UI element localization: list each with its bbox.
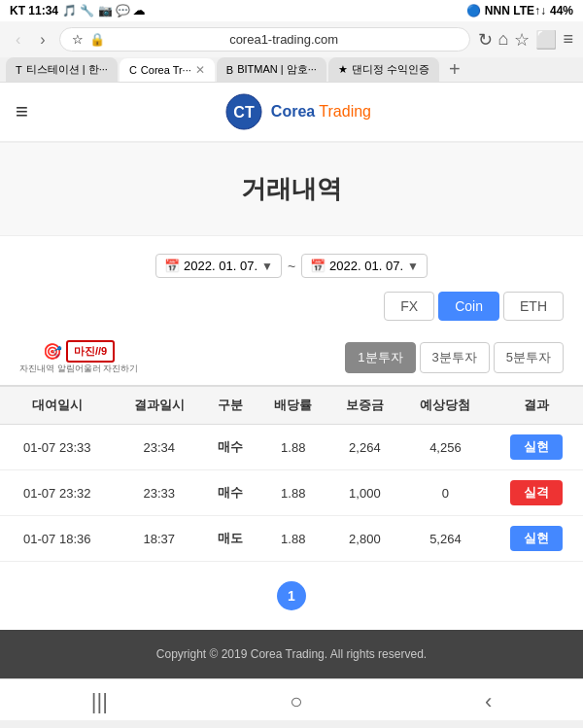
- date-filter: 📅 2022. 01. 07. ▼ ~ 📅 2022. 01. 07. ▼: [19, 254, 564, 278]
- menu-button[interactable]: ≡: [563, 29, 573, 50]
- row1-expected: 4,256: [400, 425, 490, 470]
- dropdown-arrow-from: ▼: [261, 260, 273, 273]
- col-deposit: 보증금: [329, 386, 401, 425]
- browser-nav: ‹ › ☆ 🔒 corea1-trading.com ↻ ⌂ ☆ ⬜ ≡: [0, 21, 583, 57]
- browser-tab-4[interactable]: ★ 댄디정 수익인증: [328, 57, 439, 82]
- screenshot-button[interactable]: ⬜: [535, 29, 557, 51]
- row2-result-date: 23:33: [115, 470, 204, 516]
- brand-filter-row: 🎯 마진//9 자진내역 알림어울러 자진하기 1분투자 3분투자 5분투자: [0, 340, 583, 375]
- row1-result: 실현: [491, 425, 583, 470]
- svg-text:CT: CT: [233, 104, 255, 121]
- row3-lend-date: 01-07 18:36: [0, 516, 115, 562]
- logo-container: CT Corea Trading: [28, 92, 567, 131]
- table-header: 대여일시 결과일시 구분 배당률 보증금 예상당첨 결과: [0, 386, 583, 425]
- star-icon: ☆: [72, 32, 84, 47]
- hamburger-menu-icon[interactable]: ≡: [16, 99, 28, 124]
- col-lend-date: 대여일시: [0, 386, 115, 425]
- col-type: 구분: [204, 386, 257, 425]
- bookmark-button[interactable]: ☆: [514, 29, 530, 51]
- row1-rate: 1.88: [257, 425, 329, 470]
- row1-deposit: 2,264: [329, 425, 401, 470]
- tab1-icon: T: [16, 64, 22, 76]
- majin-flag-icon: 🎯: [43, 342, 62, 361]
- coin-button[interactable]: Coin: [438, 292, 499, 321]
- row3-rate: 1.88: [257, 516, 329, 562]
- dropdown-arrow-to: ▼: [407, 260, 419, 273]
- refresh-button[interactable]: ↻: [478, 29, 493, 51]
- tab2-icon: C: [129, 64, 137, 76]
- row2-type: 매수: [204, 470, 257, 516]
- trade-table: 대여일시 결과일시 구분 배당률 보증금 예상당첨 결과 01-07 23:33…: [0, 385, 583, 562]
- browser-tab-3[interactable]: B BITMAN | 암호···: [217, 57, 326, 82]
- row2-lend-date: 01-07 23:32: [0, 470, 115, 516]
- date-to-input[interactable]: 📅 2022. 01. 07. ▼: [301, 254, 428, 278]
- logo-text: Corea Trading: [271, 103, 371, 121]
- tab4-label: 댄디정 수익인증: [352, 62, 429, 77]
- date-to-text: 2022. 01. 07.: [329, 259, 403, 273]
- row2-result-badge: 실격: [510, 480, 563, 505]
- row3-result-badge: 실현: [510, 526, 563, 551]
- row1-type: 매수: [204, 425, 257, 470]
- nav-recents-icon[interactable]: |||: [91, 689, 108, 714]
- eth-button[interactable]: ETH: [503, 292, 564, 321]
- signal-text: NNN LTE↑↓: [485, 4, 546, 17]
- browser-tab-1[interactable]: T 티스테이션 | 한···: [6, 57, 118, 82]
- calendar-icon: 📅: [164, 259, 180, 273]
- page-title: 거래내역: [0, 172, 583, 206]
- fx-button[interactable]: FX: [384, 292, 434, 321]
- row3-deposit: 2,800: [329, 516, 401, 562]
- row3-expected: 5,264: [400, 516, 490, 562]
- tab3-label: BITMAN | 암호···: [237, 62, 317, 77]
- page-title-section: 거래내역: [0, 143, 583, 236]
- logo-icon: CT: [224, 92, 263, 131]
- browser-chrome: ‹ › ☆ 🔒 corea1-trading.com ↻ ⌂ ☆ ⬜ ≡ T 티…: [0, 21, 583, 83]
- forward-button[interactable]: ›: [34, 29, 51, 51]
- row2-result: 실격: [491, 470, 583, 516]
- browser-tab-2[interactable]: C Corea Tr··· ✕: [120, 58, 215, 82]
- col-result-date: 결과일시: [115, 386, 204, 425]
- browser-actions: ↻ ⌂ ☆ ⬜ ≡: [478, 29, 573, 51]
- status-time: KT 11:34: [10, 4, 58, 17]
- col-rate: 배당률: [257, 386, 329, 425]
- nav-home-icon[interactable]: ○: [290, 689, 302, 714]
- col-result: 결과: [491, 386, 583, 425]
- address-bar[interactable]: ☆ 🔒 corea1-trading.com: [59, 27, 470, 52]
- majin-logo: 🎯 마진//9 자진내역 알림어울러 자진하기: [19, 340, 138, 375]
- row1-result-badge: 실현: [510, 434, 563, 460]
- page-1-button[interactable]: 1: [277, 581, 306, 610]
- invest-5min-button[interactable]: 5분투자: [494, 342, 564, 373]
- status-icons: 🎵 🔧 📷 💬 ☁: [62, 4, 145, 17]
- row2-deposit: 1,000: [329, 470, 401, 516]
- bottom-nav: ||| ○ ‹: [0, 678, 583, 720]
- majin-subtitle-text: 자진내역 알림어울러 자진하기: [19, 363, 138, 375]
- tab4-icon: ★: [338, 63, 348, 76]
- date-from-text: 2022. 01. 07.: [184, 259, 257, 273]
- pagination: 1: [0, 562, 583, 630]
- tab3-icon: B: [226, 64, 233, 76]
- row3-result: 실현: [491, 516, 583, 562]
- url-text: corea1-trading.com: [111, 32, 458, 47]
- col-expected: 예상당첨: [400, 386, 490, 425]
- home-button[interactable]: ⌂: [498, 29, 509, 50]
- tab2-close-icon[interactable]: ✕: [195, 63, 205, 77]
- battery-text: 44%: [550, 4, 573, 17]
- type-tabs: FX Coin ETH: [19, 292, 564, 321]
- row2-expected: 0: [400, 470, 490, 516]
- site-header: ≡ CT Corea Trading: [0, 83, 583, 143]
- invest-3min-button[interactable]: 3분투자: [420, 342, 490, 373]
- status-left: KT 11:34 🎵 🔧 📷 💬 ☁: [10, 4, 145, 17]
- main-content: 거래내역 📅 2022. 01. 07. ▼ ~ 📅 2022. 01. 07.…: [0, 143, 583, 630]
- nav-back-icon[interactable]: ‹: [485, 689, 492, 714]
- tabs-bar: T 티스테이션 | 한··· C Corea Tr··· ✕ B BITMAN …: [0, 57, 583, 82]
- date-from-input[interactable]: 📅 2022. 01. 07. ▼: [155, 254, 282, 278]
- new-tab-button[interactable]: +: [441, 58, 468, 81]
- filter-section: 📅 2022. 01. 07. ▼ ~ 📅 2022. 01. 07. ▼ FX…: [0, 236, 583, 340]
- site-footer: Copyright © 2019 Corea Trading. All righ…: [0, 630, 583, 678]
- invest-1min-button[interactable]: 1분투자: [345, 342, 415, 373]
- back-button[interactable]: ‹: [10, 29, 26, 51]
- row1-result-date: 23:34: [115, 425, 204, 470]
- status-bar: KT 11:34 🎵 🔧 📷 💬 ☁ 🔵 NNN LTE↑↓ 44%: [0, 0, 583, 21]
- row3-type: 매도: [204, 516, 257, 562]
- calendar-to-icon: 📅: [310, 259, 326, 273]
- status-right: 🔵 NNN LTE↑↓ 44%: [466, 4, 573, 17]
